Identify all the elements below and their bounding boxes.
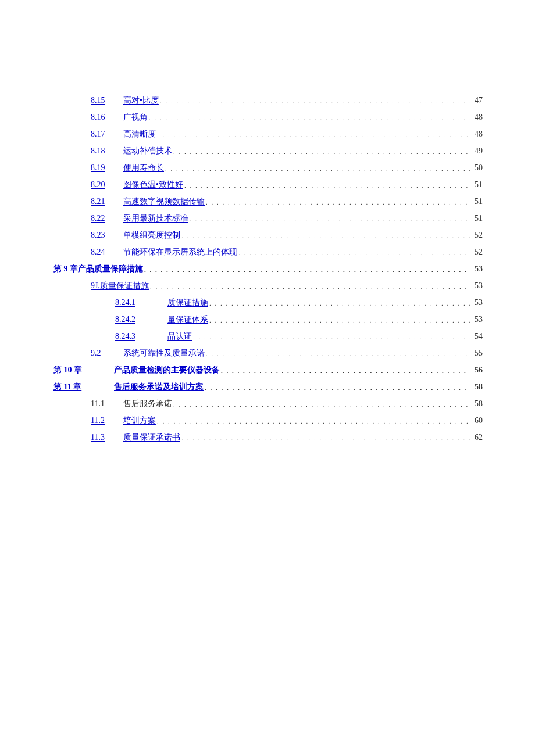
toc-row: 8.24节能环保在显示屏系统上的体现52 bbox=[54, 243, 483, 260]
toc-entry-number[interactable]: 8.24.2 bbox=[115, 311, 167, 328]
toc-leader-dots bbox=[206, 194, 470, 211]
toc-entry-title[interactable]: 单模组亮度控制 bbox=[123, 227, 180, 243]
toc-entry-number[interactable]: 8.24 bbox=[91, 243, 123, 260]
toc-row: 9J,质量保证措施53 bbox=[54, 277, 483, 294]
toc-leader-dots bbox=[209, 311, 470, 329]
toc-leader-dots bbox=[181, 429, 470, 447]
toc-leader-dots bbox=[173, 396, 470, 413]
toc-page-number: 62 bbox=[471, 429, 483, 446]
toc-entry-title[interactable]: 品认证 bbox=[167, 328, 192, 345]
toc-entry-title[interactable]: 售后服务承诺及培训方案 bbox=[114, 378, 204, 395]
toc-leader-dots bbox=[221, 362, 470, 379]
toc-entry-number[interactable]: 11.2 bbox=[91, 412, 123, 429]
toc-page-number: 48 bbox=[471, 109, 483, 126]
toc-entry-title[interactable]: 高速数字视频数据传输 bbox=[123, 193, 205, 210]
toc-leader-dots bbox=[238, 244, 470, 261]
toc-row: 11.2培训方案60 bbox=[54, 412, 483, 429]
toc-page-number: 53 bbox=[471, 277, 483, 294]
toc-row: 11.3质量保证承诺书62 bbox=[54, 429, 483, 446]
toc-entry-title[interactable]: 培训方案 bbox=[123, 412, 156, 429]
toc-row: 8.22采用最新技术标准51 bbox=[54, 210, 483, 227]
toc-row: 8.24.3品认证54 bbox=[54, 328, 483, 345]
toc-page-number: 49 bbox=[471, 142, 483, 159]
toc-page-number: 51 bbox=[471, 176, 483, 193]
toc-entry-title: 售后服务承诺 bbox=[123, 395, 172, 412]
toc-entry-title[interactable]: 运动补偿技术 bbox=[123, 142, 172, 159]
toc-entry-title[interactable]: 高清晰度 bbox=[123, 126, 156, 142]
toc-page-number: 53 bbox=[471, 260, 483, 277]
toc-entry-title[interactable]: 9J,质量保证措施 bbox=[91, 277, 149, 294]
toc-row: 8.17高清晰度48 bbox=[54, 126, 483, 142]
toc-entry-number[interactable]: 8.15 bbox=[91, 92, 123, 109]
toc-entry-title[interactable]: 高对•比度 bbox=[123, 92, 159, 109]
toc-row: 11.1售后服务承诺58 bbox=[54, 395, 483, 412]
toc-leader-dots bbox=[193, 328, 470, 346]
toc-entry-title[interactable]: 质量保证承诺书 bbox=[123, 429, 180, 446]
toc-page-number: 47 bbox=[471, 92, 483, 109]
toc-entry-title[interactable]: 第 9 章产品质量保障措施 bbox=[54, 260, 143, 277]
toc-entry-number[interactable]: 8.24.3 bbox=[115, 328, 167, 345]
toc-entry-number[interactable]: 第 10 章 bbox=[54, 361, 114, 378]
toc-row: 第 10 章产品质量检测的主要仪器设备56 bbox=[54, 361, 483, 378]
toc-entry-title[interactable]: 产品质量检测的主要仪器设备 bbox=[114, 361, 220, 378]
toc-entry-title[interactable]: 采用最新技术标准 bbox=[123, 210, 188, 227]
toc-page-number: 53 bbox=[471, 294, 483, 311]
toc-entry-number[interactable]: 8.21 bbox=[91, 193, 123, 210]
toc-row: 8.23单模组亮度控制52 bbox=[54, 227, 483, 243]
toc-leader-dots bbox=[209, 295, 470, 312]
toc-entry-number[interactable]: 8.22 bbox=[91, 210, 123, 227]
toc-entry-number[interactable]: 8.23 bbox=[91, 227, 123, 243]
toc-leader-dots bbox=[205, 379, 470, 396]
toc-row: 8.24.2量保证体系53 bbox=[54, 311, 483, 328]
toc-entry-title[interactable]: 量保证体系 bbox=[167, 311, 208, 328]
toc-entry-number[interactable]: 8.24.1 bbox=[115, 294, 167, 311]
toc-leader-dots bbox=[206, 345, 470, 363]
toc-entry-title[interactable]: 质保证措施 bbox=[167, 294, 208, 311]
toc-page-number: 50 bbox=[471, 159, 483, 176]
toc-row: 8.21高速数字视频数据传输51 bbox=[54, 193, 483, 210]
toc-row: 8.16广视角48 bbox=[54, 109, 483, 126]
toc-entry-title[interactable]: 节能环保在显示屏系统上的体现 bbox=[123, 243, 237, 260]
toc-leader-dots bbox=[173, 143, 470, 160]
toc-row: 8.15高对•比度47 bbox=[54, 92, 483, 109]
toc-row: 8.18运动补偿技术49 bbox=[54, 142, 483, 159]
toc-entry-title[interactable]: 系统可靠性及质量承诺 bbox=[123, 345, 205, 361]
toc-page-number: 48 bbox=[471, 126, 483, 142]
toc-leader-dots bbox=[149, 109, 470, 127]
toc-leader-dots bbox=[184, 177, 470, 194]
toc-page-number: 58 bbox=[471, 395, 483, 412]
toc-page-number: 52 bbox=[471, 227, 483, 243]
toc-entry-title[interactable]: 使用寿命长 bbox=[123, 159, 164, 176]
table-of-contents: 8.15高对•比度478.16广视角488.17高清晰度488.18运动补偿技术… bbox=[54, 92, 483, 446]
toc-entry-number[interactable]: 8.17 bbox=[91, 126, 123, 142]
toc-page-number: 55 bbox=[471, 345, 483, 361]
toc-entry-number[interactable]: 11.3 bbox=[91, 429, 123, 446]
toc-leader-dots bbox=[144, 261, 470, 278]
toc-page-number: 54 bbox=[471, 328, 483, 345]
toc-leader-dots bbox=[157, 126, 470, 144]
toc-page-number: 60 bbox=[471, 412, 483, 429]
toc-leader-dots bbox=[160, 92, 470, 110]
toc-leader-dots bbox=[150, 278, 470, 295]
toc-leader-dots bbox=[157, 413, 470, 430]
toc-leader-dots bbox=[181, 227, 470, 245]
toc-entry-number[interactable]: 8.16 bbox=[91, 109, 123, 126]
toc-entry-number[interactable]: 第 11 章 bbox=[54, 378, 114, 395]
toc-entry-number[interactable]: 8.19 bbox=[91, 159, 123, 176]
toc-entry-title[interactable]: 广视角 bbox=[123, 109, 148, 126]
toc-page-number: 51 bbox=[471, 193, 483, 210]
toc-page-number: 58 bbox=[471, 378, 483, 395]
toc-row: 8.24.1质保证措施53 bbox=[54, 294, 483, 311]
toc-row: 9.2系统可靠性及质量承诺55 bbox=[54, 345, 483, 361]
toc-row: 第 11 章售后服务承诺及培训方案58 bbox=[54, 378, 483, 395]
toc-leader-dots bbox=[190, 210, 470, 228]
toc-page-number: 52 bbox=[471, 243, 483, 260]
toc-entry-number[interactable]: 8.20 bbox=[91, 176, 123, 193]
toc-entry-number[interactable]: 9.2 bbox=[91, 345, 123, 361]
toc-page-number: 53 bbox=[471, 311, 483, 328]
toc-page-number: 51 bbox=[471, 210, 483, 227]
toc-entry-number[interactable]: 8.18 bbox=[91, 142, 123, 159]
toc-entry-title[interactable]: 图像色温•致性好 bbox=[123, 176, 183, 193]
toc-leader-dots bbox=[165, 160, 470, 177]
toc-page-number: 56 bbox=[471, 361, 483, 378]
